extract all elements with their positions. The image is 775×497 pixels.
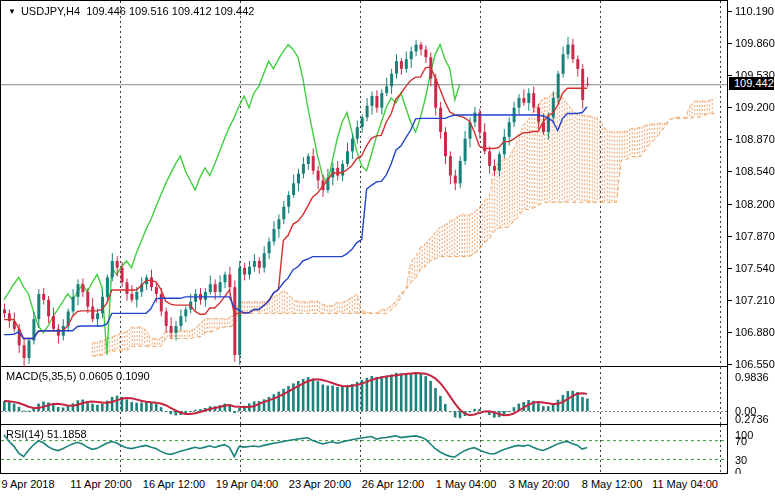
price-axis-label: 107.540	[735, 262, 775, 274]
price-axis-tick	[728, 204, 732, 205]
trading-chart-window: ▼USDJPY,H4 109.446 109.516 109.412 109.4…	[0, 0, 775, 497]
macd-indicator-pane[interactable]: MACD(5,35,5) 0.0605 0.1090	[0, 367, 728, 425]
macd-axis-min-label: 0.2736	[735, 413, 769, 425]
current-price-tag: 109.442	[729, 77, 774, 90]
price-axis-label: 110.190	[735, 5, 774, 17]
price-axis-tick	[728, 236, 732, 237]
price-axis-tick	[728, 300, 732, 301]
price-axis-label: 106.550	[735, 358, 775, 370]
rsi-axis-label: 30	[735, 454, 747, 466]
symbol-period-label: USDJPY,H4	[21, 5, 80, 17]
price-axis-tick	[728, 332, 732, 333]
price-axis-label: 109.200	[735, 101, 775, 113]
price-axis-label: 108.870	[735, 133, 775, 145]
rsi-label: RSI(14) 51.1858	[6, 428, 87, 440]
ohlc-readout: 109.446 109.516 109.412 109.442	[86, 5, 254, 17]
time-axis-label: 9 Apr 2018	[1, 478, 54, 490]
price-axis-tick	[728, 75, 732, 76]
time-axis-label: 26 Apr 12:00	[362, 478, 424, 490]
time-axis-label: 19 Apr 04:00	[216, 478, 278, 490]
rsi-axis-label: 70	[735, 435, 747, 447]
price-axis-label: 108.540	[735, 165, 775, 177]
price-axis-tick	[728, 11, 732, 12]
macd-label: MACD(5,35,5) 0.0605 0.1090	[6, 370, 150, 382]
time-axis-label: 16 Apr 12:00	[143, 478, 205, 490]
price-axis-label: 107.210	[735, 294, 775, 306]
time-axis-label: 11 Apr 20:00	[70, 478, 132, 490]
price-axis-tick	[728, 364, 732, 365]
price-axis-tick	[728, 139, 732, 140]
rsi-canvas[interactable]	[1, 425, 728, 473]
price-axis-tick	[728, 107, 732, 108]
main-chart-canvas[interactable]	[1, 1, 728, 367]
time-axis-label: 1 May 04:00	[436, 478, 497, 490]
price-axis-tick	[728, 43, 732, 44]
price-axis-tick	[728, 171, 732, 172]
price-axis-label: 109.860	[735, 37, 775, 49]
chart-title: ▼USDJPY,H4 109.446 109.516 109.412 109.4…	[8, 5, 254, 17]
price-axis-label: 108.200	[735, 198, 775, 210]
main-chart-pane[interactable]: ▼USDJPY,H4 109.446 109.516 109.412 109.4…	[0, 0, 728, 367]
time-axis-label: 11 May 04:00	[652, 478, 718, 490]
time-axis-label: 23 Apr 20:00	[289, 478, 351, 490]
time-axis[interactable]: 9 Apr 201811 Apr 20:0016 Apr 12:0019 Apr…	[0, 474, 775, 497]
price-axis-label: 106.880	[735, 326, 775, 338]
time-axis-label: 8 May 12:00	[582, 478, 643, 490]
price-axis-tick	[728, 268, 732, 269]
time-axis-label: 3 May 20:00	[509, 478, 570, 490]
rsi-indicator-pane[interactable]: RSI(14) 51.1858	[0, 425, 728, 474]
symbol-dropdown-icon: ▼	[8, 7, 16, 16]
price-axis[interactable]: 109.442 110.190109.860109.530109.200108.…	[727, 0, 775, 475]
price-axis-label: 107.870	[735, 230, 775, 242]
macd-axis-max-label: 0.9836	[735, 371, 769, 383]
